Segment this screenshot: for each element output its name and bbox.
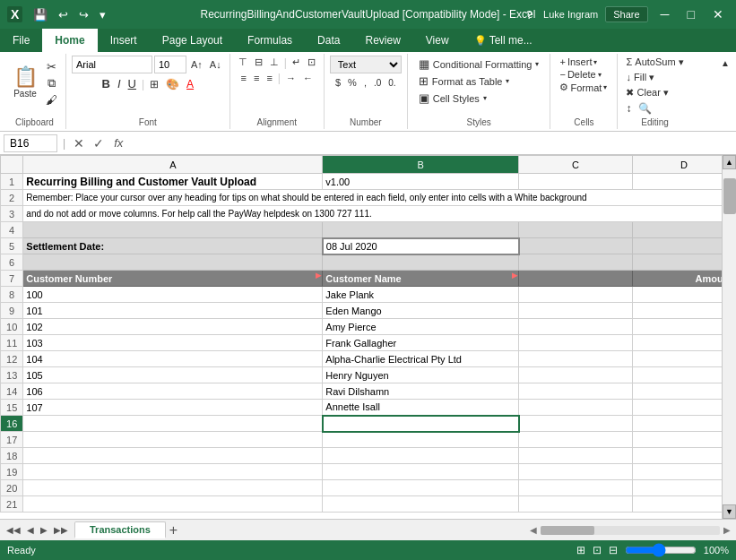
insert-button[interactable]: + Insert ▾ (554, 56, 613, 68)
redo-button[interactable]: ↪ (75, 6, 92, 23)
font-size-input[interactable] (154, 56, 186, 73)
outdent-button[interactable]: ← (300, 72, 316, 84)
decrease-font-button[interactable]: A↓ (207, 58, 224, 71)
zoom-slider[interactable] (625, 543, 697, 557)
align-left-button[interactable]: ≡ (238, 72, 249, 84)
autosum-button[interactable]: Σ AutoSum ▾ (623, 56, 686, 69)
cell-C12[interactable] (519, 351, 633, 367)
cell-C9[interactable] (519, 303, 633, 319)
cell-C15[interactable] (519, 400, 633, 416)
borders-button[interactable]: ⊞ (147, 77, 161, 91)
cell-A21[interactable] (23, 496, 323, 513)
cell-D9[interactable] (632, 303, 735, 319)
cell-C5[interactable] (519, 238, 633, 254)
cell-A11[interactable]: 103 (23, 335, 323, 351)
delete-button[interactable]: − Delete ▾ (554, 68, 613, 81)
cell-A15[interactable]: 107 (23, 400, 323, 416)
cell-D4[interactable] (632, 222, 735, 238)
cell-D17[interactable] (632, 432, 735, 448)
percent-button[interactable]: % (345, 76, 359, 89)
sheet-tab-transactions[interactable]: Transactions (74, 521, 166, 538)
cell-C13[interactable] (519, 367, 633, 383)
col-header-D[interactable]: D (632, 156, 735, 174)
middle-align-button[interactable]: ⊟ (252, 56, 265, 69)
cell-D11[interactable] (632, 335, 735, 351)
scroll-sheets-right-button[interactable]: ▶ (38, 524, 50, 536)
merge-center-button[interactable]: ⊡ (305, 56, 318, 69)
tab-insert[interactable]: Insert (98, 29, 150, 52)
wrap-text-button[interactable]: ↵ (290, 56, 303, 69)
share-button[interactable]: Share (605, 6, 647, 22)
cell-B11[interactable]: Frank Gallagher (323, 335, 519, 351)
cancel-formula-button[interactable]: ✕ (71, 136, 87, 151)
cell-D18[interactable] (632, 448, 735, 464)
cell-B12[interactable]: Alpha-Charlie Electrical Pty Ltd (323, 351, 519, 367)
find-button[interactable]: 🔍 (636, 101, 654, 116)
cell-A12[interactable]: 104 (23, 351, 323, 367)
comma-button[interactable]: , (361, 76, 369, 89)
cell-A8[interactable]: 100 (23, 287, 323, 303)
paste-button[interactable]: 📋 Paste (9, 56, 41, 108)
cell-D14[interactable] (632, 383, 735, 400)
tab-view[interactable]: View (413, 29, 462, 52)
sheet-view-page-layout[interactable]: ⊡ (593, 544, 602, 556)
h-scroll-bar[interactable] (541, 526, 720, 535)
cell-styles-button[interactable]: ▣ Cell Styles ▾ (413, 90, 545, 107)
tab-file[interactable]: File (0, 29, 42, 52)
top-align-button[interactable]: ⊤ (236, 56, 250, 69)
increase-decimal-button[interactable]: .0 (371, 77, 384, 89)
cell-C7[interactable] (519, 271, 633, 287)
cell-C11[interactable] (519, 335, 633, 351)
cell-B18[interactable] (323, 448, 519, 464)
cell-B10[interactable]: Amy Pierce (323, 319, 519, 335)
align-right-button[interactable]: ≡ (264, 72, 274, 84)
cell-B16[interactable] (323, 416, 519, 432)
collapse-ribbon-button[interactable]: ▲ (718, 57, 732, 69)
cell-C6[interactable] (519, 254, 633, 271)
col-header-A[interactable]: A (23, 156, 323, 174)
scroll-down-button[interactable]: ▼ (723, 504, 736, 519)
cell-B8[interactable]: Jake Plank (323, 287, 519, 303)
clear-button[interactable]: ✖ Clear ▾ (623, 86, 671, 99)
cut-button[interactable]: ✂ (43, 59, 60, 74)
confirm-formula-button[interactable]: ✓ (91, 136, 107, 151)
cell-B13[interactable]: Henry Nguyen (323, 367, 519, 383)
cell-D5[interactable] (632, 238, 735, 254)
cell-C21[interactable] (519, 496, 633, 513)
cell-B6[interactable] (323, 254, 519, 271)
font-color-button[interactable]: A (184, 77, 196, 91)
col-header-B[interactable]: B (323, 156, 519, 174)
qat-dropdown[interactable]: ▾ (96, 6, 109, 23)
tab-review[interactable]: Review (352, 29, 412, 52)
cell-A1[interactable]: Recurring Billing and Customer Vault Upl… (23, 174, 323, 190)
fill-color-button[interactable]: 🎨 (163, 77, 182, 91)
bold-button[interactable]: B (100, 76, 113, 91)
cell-C18[interactable] (519, 448, 633, 464)
cell-A7[interactable]: Customer Number ▶ (23, 271, 323, 287)
cell-A18[interactable] (23, 448, 323, 464)
tab-tell-me[interactable]: 💡 Tell me... (462, 29, 545, 52)
cell-D20[interactable] (632, 480, 735, 496)
scroll-sheets-left2-button[interactable]: ◀ (24, 524, 37, 536)
cell-A6[interactable] (23, 254, 323, 271)
copy-button[interactable]: ⧉ (43, 75, 60, 91)
col-header-C[interactable]: C (519, 156, 633, 174)
cell-D21[interactable] (632, 496, 735, 513)
minimize-button[interactable]: ─ (655, 5, 675, 23)
cell-C1[interactable] (519, 174, 633, 190)
number-format-select[interactable]: Text (330, 56, 402, 73)
cell-B7[interactable]: Customer Name ▶ (323, 271, 519, 287)
cell-A3[interactable]: and do not add or move columns. For help… (23, 206, 736, 222)
cell-C19[interactable] (519, 464, 633, 480)
close-button[interactable]: ✕ (707, 5, 729, 23)
italic-button[interactable]: I (115, 76, 124, 91)
name-box[interactable] (4, 134, 57, 152)
cell-A5[interactable]: Settlement Date: (23, 238, 323, 254)
sheet-view-page-break[interactable]: ⊟ (609, 544, 618, 556)
cell-A16[interactable] (23, 416, 323, 432)
cell-C16[interactable] (519, 416, 633, 432)
cell-B20[interactable] (323, 480, 519, 496)
cell-A20[interactable] (23, 480, 323, 496)
add-sheet-button[interactable]: + (166, 522, 181, 538)
cell-B1[interactable]: v1.00 (323, 174, 519, 190)
